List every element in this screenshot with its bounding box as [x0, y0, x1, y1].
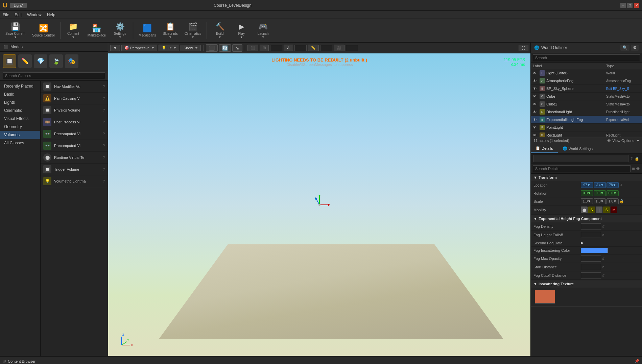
movable-button[interactable]: M [611, 207, 617, 213]
list-item[interactable]: 🔲 Trigger Volume ? [41, 164, 108, 175]
category-all-classes[interactable]: All Classes [0, 139, 40, 147]
reset-fog-falloff-icon[interactable]: ↺ [602, 233, 604, 237]
camera-speed-button[interactable]: 🎥 [334, 45, 344, 51]
category-basic[interactable]: Basic [0, 90, 40, 98]
reset-start-dist-icon[interactable]: ↺ [602, 265, 604, 269]
launch-button[interactable]: 🎮 Launch ▼ [253, 21, 273, 40]
transform-header[interactable]: ▼ Transform [531, 174, 642, 181]
list-item[interactable]: 🔲 Physics Volume ? [41, 104, 108, 116]
outliner-options-button[interactable]: ⚙ [631, 45, 639, 51]
static-button[interactable]: ⬤ [581, 207, 588, 213]
outliner-item-cube2[interactable]: 👁 C Cube2 StaticMeshActo [531, 100, 642, 108]
view-options-button[interactable]: 👁 View Options [607, 139, 639, 143]
angle-snap-button[interactable]: ∠ [284, 45, 293, 51]
rotation-x-value[interactable]: 0.0▼ [581, 190, 593, 196]
mode-select-button[interactable]: 🔲 [3, 54, 16, 68]
viewport-options-button[interactable]: ▼ [110, 45, 120, 51]
rotation-y-value[interactable]: 0.0▼ [594, 190, 606, 196]
transform-mode-button[interactable]: ⬛ [206, 44, 218, 52]
details-grid-icon[interactable]: ⊞ [632, 167, 635, 171]
outliner-item-atmosphere[interactable]: 👁 A AtmosphericFog AtmosphericFog [531, 77, 642, 85]
details-search-input[interactable] [533, 165, 631, 172]
outliner-item-sky[interactable]: 👁 B BP_Sky_Sphere Edit BP_Sky_S [531, 85, 642, 93]
search-classes-input[interactable] [3, 72, 105, 79]
fog-header[interactable]: ▼ Exponential Height Fog Component [531, 215, 642, 222]
perspective-button[interactable]: 🎯 Perspective [121, 45, 157, 51]
details-eye-icon[interactable]: 👁 [636, 167, 640, 171]
category-cinematic[interactable]: Cinematic [0, 106, 40, 115]
mode-mesh-button[interactable]: 🎭 [65, 54, 78, 68]
scale-button[interactable]: ⤡ [232, 44, 242, 52]
scale-x-value[interactable]: 1.0▼ [581, 198, 593, 204]
maximize-button[interactable]: □ [627, 3, 633, 8]
megascans-button[interactable]: 🟦 Megascans [136, 23, 159, 39]
reset-location-icon[interactable]: ↺ [619, 183, 622, 187]
camera-speed-input[interactable]: 4 [346, 45, 358, 51]
show-button[interactable]: Show [181, 45, 201, 51]
menu-window[interactable]: Window [27, 13, 42, 17]
rotate-button[interactable]: 🔄 [219, 44, 231, 52]
category-recently-placed[interactable]: Recently Placed [0, 82, 40, 90]
outliner-search-input[interactable] [533, 54, 640, 61]
minimize-button[interactable]: ─ [620, 3, 626, 8]
inscattering-header[interactable]: ▼ Inscattering Texture [531, 280, 642, 288]
content-button[interactable]: 📁 Content ▼ [63, 21, 84, 40]
settings-button[interactable]: ⚙️ Settings ▼ [110, 21, 130, 40]
save-current-button[interactable]: 💾 Save Current ▼ [3, 21, 28, 40]
reset-opacity-icon[interactable]: ↺ [602, 257, 604, 261]
start-distance-input[interactable]: 0.0 [581, 264, 601, 270]
selected-actor-name-input[interactable]: ExponentialHeightFog [533, 155, 628, 162]
menu-edit[interactable]: Edit [15, 13, 22, 17]
fog-color-swatch[interactable] [581, 248, 608, 253]
expand-icon[interactable]: ▶ [581, 241, 584, 245]
fog-max-opacity-input[interactable]: 1.0 [581, 256, 601, 262]
outliner-item-cube[interactable]: 👁 C Cube StaticMeshActo [531, 93, 642, 100]
fog-density-input[interactable]: 0.02 [581, 223, 601, 229]
rotation-z-value[interactable]: 0.0▼ [607, 190, 619, 196]
list-item[interactable]: 👓 Precomputed Vi ? [41, 128, 108, 140]
mode-foliage-button[interactable]: 🍃 [49, 54, 63, 68]
outliner-search-button[interactable]: 🔍 [620, 45, 629, 51]
list-item[interactable]: ⚠️ Pain Causing V ? [41, 93, 108, 104]
play-button[interactable]: ▶ Play ▼ [231, 21, 252, 40]
outliner-item-light[interactable]: 👁 L Light (Editor) World [531, 69, 642, 77]
surface-snapping-button[interactable]: ⬛ [247, 45, 258, 51]
menu-help[interactable]: Help [47, 13, 55, 17]
source-control-button[interactable]: 🔀 Source Control [29, 23, 57, 39]
grid-size-input[interactable]: 10 [270, 45, 282, 51]
mode-landscape-button[interactable]: 💎 [34, 54, 47, 68]
category-lights[interactable]: Lights [0, 98, 40, 106]
list-item[interactable]: 🎞️ Post Process Vi ? [41, 116, 108, 128]
outliner-item-rect-light[interactable]: 👁 R RectLight RectLight [531, 131, 642, 137]
build-button[interactable]: 🔨 Build ▼ [210, 21, 230, 40]
inscattering-texture-preview[interactable] [535, 290, 555, 304]
mode-paint-button[interactable]: ✏️ [18, 54, 32, 68]
menu-file[interactable]: File [3, 13, 9, 17]
category-volumes[interactable]: Volumes [0, 131, 40, 139]
tab-world-settings[interactable]: 🌐 World Settings [558, 144, 597, 153]
list-item[interactable]: 💡 Volumetric Lightma ? [41, 175, 108, 187]
viewport[interactable]: LIGHTING NEEDS TO BE REBUILT (2 unbuilt … [108, 53, 530, 356]
marketplace-button[interactable]: 🏪 Marketplace [85, 23, 109, 39]
blueprints-button[interactable]: 📋 Blueprints ▼ [160, 21, 180, 40]
fog-height-falloff-input[interactable]: 0.2 [581, 232, 601, 238]
fog-cutoff-input[interactable]: 0.0 [581, 272, 601, 278]
maximize-button[interactable]: ⛶ [519, 45, 528, 51]
stationary-button[interactable]: S [588, 207, 595, 213]
lock-scale-icon[interactable]: 🔒 [619, 199, 624, 203]
angle-input[interactable]: 10 [294, 45, 307, 51]
reset-fog-density-icon[interactable]: ↺ [602, 225, 604, 228]
cinematics-button[interactable]: 🎬 Cinematics ▼ [182, 21, 204, 40]
list-item[interactable]: 👓 Precomputed Vi ? [41, 140, 108, 152]
location-x-value[interactable]: 97▼ [581, 182, 593, 188]
category-geometry[interactable]: Geometry [0, 123, 40, 131]
location-y-value[interactable]: -14▼ [594, 182, 606, 188]
stationary-s-button[interactable]: S [603, 207, 610, 213]
list-item[interactable]: ⬤ Runtime Virtual Te ? [41, 152, 108, 164]
outliner-item-point-light[interactable]: 👁 P PointLight [531, 124, 642, 131]
scale-snap-button[interactable]: 📏 [308, 45, 319, 51]
scale-input[interactable]: 0.25 [320, 45, 332, 51]
close-button[interactable]: ✕ [634, 3, 639, 8]
tab-details[interactable]: 📋 Details [531, 144, 558, 153]
list-item[interactable]: 🔲 Nav Modifier Vo ? [41, 81, 108, 93]
